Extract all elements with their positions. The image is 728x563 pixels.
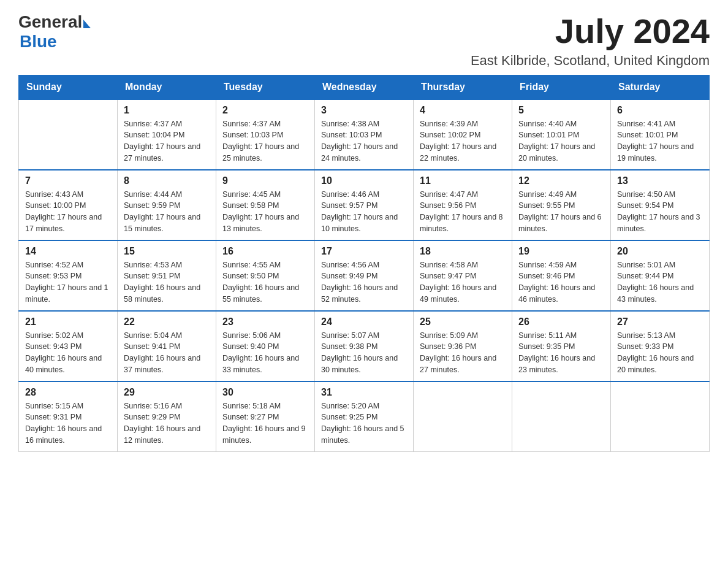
day-info: Sunrise: 4:53 AMSunset: 9:51 PMDaylight:… bbox=[124, 259, 210, 305]
day-info: Sunrise: 5:16 AMSunset: 9:29 PMDaylight:… bbox=[124, 400, 210, 446]
day-number: 30 bbox=[222, 387, 308, 398]
calendar-cell: 21Sunrise: 5:02 AMSunset: 9:43 PMDayligh… bbox=[19, 311, 118, 381]
calendar-cell: 3Sunrise: 4:38 AMSunset: 10:03 PMDayligh… bbox=[315, 99, 414, 170]
day-number: 14 bbox=[25, 246, 111, 257]
day-info: Sunrise: 4:49 AMSunset: 9:55 PMDaylight:… bbox=[518, 189, 604, 235]
day-number: 10 bbox=[321, 175, 407, 186]
day-info: Sunrise: 5:20 AMSunset: 9:25 PMDaylight:… bbox=[321, 400, 407, 446]
header-tuesday: Tuesday bbox=[216, 75, 315, 99]
day-number: 2 bbox=[222, 105, 308, 116]
day-number: 26 bbox=[518, 316, 604, 327]
day-number: 25 bbox=[420, 316, 506, 327]
day-number: 3 bbox=[321, 105, 407, 116]
day-info: Sunrise: 4:38 AMSunset: 10:03 PMDaylight… bbox=[321, 118, 407, 164]
day-info: Sunrise: 4:39 AMSunset: 10:02 PMDaylight… bbox=[420, 118, 506, 164]
day-info: Sunrise: 5:02 AMSunset: 9:43 PMDaylight:… bbox=[25, 330, 111, 376]
day-info: Sunrise: 4:58 AMSunset: 9:47 PMDaylight:… bbox=[420, 259, 506, 305]
logo: General bbox=[18, 12, 91, 32]
day-info: Sunrise: 5:06 AMSunset: 9:40 PMDaylight:… bbox=[222, 330, 308, 376]
day-number: 1 bbox=[124, 105, 210, 116]
day-info: Sunrise: 5:07 AMSunset: 9:38 PMDaylight:… bbox=[321, 330, 407, 376]
calendar-cell: 5Sunrise: 4:40 AMSunset: 10:01 PMDayligh… bbox=[512, 99, 611, 170]
calendar-cell: 13Sunrise: 4:50 AMSunset: 9:54 PMDayligh… bbox=[611, 170, 710, 240]
calendar-cell: 31Sunrise: 5:20 AMSunset: 9:25 PMDayligh… bbox=[315, 381, 414, 452]
day-info: Sunrise: 4:43 AMSunset: 10:00 PMDaylight… bbox=[25, 189, 111, 235]
calendar-cell bbox=[611, 381, 710, 452]
calendar-cell: 18Sunrise: 4:58 AMSunset: 9:47 PMDayligh… bbox=[414, 240, 512, 311]
calendar-cell: 22Sunrise: 5:04 AMSunset: 9:41 PMDayligh… bbox=[118, 311, 216, 381]
calendar-cell: 19Sunrise: 4:59 AMSunset: 9:46 PMDayligh… bbox=[512, 240, 611, 311]
day-number: 24 bbox=[321, 316, 407, 327]
calendar-cell bbox=[19, 99, 118, 170]
calendar-cell bbox=[512, 381, 611, 452]
calendar-table: SundayMondayTuesdayWednesdayThursdayFrid… bbox=[18, 75, 710, 452]
day-info: Sunrise: 5:13 AMSunset: 9:33 PMDaylight:… bbox=[617, 330, 703, 376]
day-info: Sunrise: 4:46 AMSunset: 9:57 PMDaylight:… bbox=[321, 189, 407, 235]
day-info: Sunrise: 4:45 AMSunset: 9:58 PMDaylight:… bbox=[222, 189, 308, 235]
logo-triangle-icon bbox=[83, 20, 91, 28]
day-info: Sunrise: 4:37 AMSunset: 10:03 PMDaylight… bbox=[222, 118, 308, 164]
header: General Blue July 2024 East Kilbride, Sc… bbox=[18, 12, 710, 69]
calendar-cell: 8Sunrise: 4:44 AMSunset: 9:59 PMDaylight… bbox=[118, 170, 216, 240]
day-info: Sunrise: 4:52 AMSunset: 9:53 PMDaylight:… bbox=[25, 259, 111, 305]
calendar-cell: 30Sunrise: 5:18 AMSunset: 9:27 PMDayligh… bbox=[216, 381, 315, 452]
day-info: Sunrise: 4:55 AMSunset: 9:50 PMDaylight:… bbox=[222, 259, 308, 305]
day-number: 17 bbox=[321, 246, 407, 257]
day-number: 31 bbox=[321, 387, 407, 398]
day-number: 18 bbox=[420, 246, 506, 257]
calendar-cell: 11Sunrise: 4:47 AMSunset: 9:56 PMDayligh… bbox=[414, 170, 512, 240]
day-number: 5 bbox=[518, 105, 604, 116]
day-number: 4 bbox=[420, 105, 506, 116]
location-title: East Kilbride, Scotland, United Kingdom bbox=[471, 53, 710, 69]
calendar-week-row: 28Sunrise: 5:15 AMSunset: 9:31 PMDayligh… bbox=[19, 381, 710, 452]
day-info: Sunrise: 5:15 AMSunset: 9:31 PMDaylight:… bbox=[25, 400, 111, 446]
header-thursday: Thursday bbox=[414, 75, 512, 99]
calendar-cell: 10Sunrise: 4:46 AMSunset: 9:57 PMDayligh… bbox=[315, 170, 414, 240]
title-area: July 2024 East Kilbride, Scotland, Unite… bbox=[471, 12, 710, 69]
calendar-cell: 7Sunrise: 4:43 AMSunset: 10:00 PMDayligh… bbox=[19, 170, 118, 240]
day-number: 12 bbox=[518, 175, 604, 186]
day-info: Sunrise: 5:11 AMSunset: 9:35 PMDaylight:… bbox=[518, 330, 604, 376]
calendar-cell: 12Sunrise: 4:49 AMSunset: 9:55 PMDayligh… bbox=[512, 170, 611, 240]
day-info: Sunrise: 5:18 AMSunset: 9:27 PMDaylight:… bbox=[222, 400, 308, 446]
calendar-cell: 20Sunrise: 5:01 AMSunset: 9:44 PMDayligh… bbox=[611, 240, 710, 311]
calendar-cell: 27Sunrise: 5:13 AMSunset: 9:33 PMDayligh… bbox=[611, 311, 710, 381]
calendar-cell: 16Sunrise: 4:55 AMSunset: 9:50 PMDayligh… bbox=[216, 240, 315, 311]
day-number: 27 bbox=[617, 316, 703, 327]
day-info: Sunrise: 4:37 AMSunset: 10:04 PMDaylight… bbox=[124, 118, 210, 164]
day-number: 7 bbox=[25, 175, 111, 186]
header-monday: Monday bbox=[118, 75, 216, 99]
day-number: 6 bbox=[617, 105, 703, 116]
day-info: Sunrise: 4:44 AMSunset: 9:59 PMDaylight:… bbox=[124, 189, 210, 235]
calendar-cell: 17Sunrise: 4:56 AMSunset: 9:49 PMDayligh… bbox=[315, 240, 414, 311]
calendar-week-row: 1Sunrise: 4:37 AMSunset: 10:04 PMDayligh… bbox=[19, 99, 710, 170]
calendar-week-row: 14Sunrise: 4:52 AMSunset: 9:53 PMDayligh… bbox=[19, 240, 710, 311]
header-saturday: Saturday bbox=[611, 75, 710, 99]
logo-blue-text: Blue bbox=[20, 32, 57, 51]
calendar-cell: 15Sunrise: 4:53 AMSunset: 9:51 PMDayligh… bbox=[118, 240, 216, 311]
calendar-week-row: 21Sunrise: 5:02 AMSunset: 9:43 PMDayligh… bbox=[19, 311, 710, 381]
calendar-cell: 29Sunrise: 5:16 AMSunset: 9:29 PMDayligh… bbox=[118, 381, 216, 452]
logo-area: General Blue bbox=[18, 12, 91, 52]
day-info: Sunrise: 4:59 AMSunset: 9:46 PMDaylight:… bbox=[518, 259, 604, 305]
day-info: Sunrise: 4:40 AMSunset: 10:01 PMDaylight… bbox=[518, 118, 604, 164]
day-number: 8 bbox=[124, 175, 210, 186]
calendar-cell bbox=[414, 381, 512, 452]
day-info: Sunrise: 4:50 AMSunset: 9:54 PMDaylight:… bbox=[617, 189, 703, 235]
calendar-cell: 24Sunrise: 5:07 AMSunset: 9:38 PMDayligh… bbox=[315, 311, 414, 381]
day-info: Sunrise: 4:47 AMSunset: 9:56 PMDaylight:… bbox=[420, 189, 506, 235]
calendar-cell: 9Sunrise: 4:45 AMSunset: 9:58 PMDaylight… bbox=[216, 170, 315, 240]
day-info: Sunrise: 4:41 AMSunset: 10:01 PMDaylight… bbox=[617, 118, 703, 164]
day-info: Sunrise: 5:01 AMSunset: 9:44 PMDaylight:… bbox=[617, 259, 703, 305]
day-number: 19 bbox=[518, 246, 604, 257]
day-info: Sunrise: 5:04 AMSunset: 9:41 PMDaylight:… bbox=[124, 330, 210, 376]
day-number: 22 bbox=[124, 316, 210, 327]
day-number: 11 bbox=[420, 175, 506, 186]
day-info: Sunrise: 4:56 AMSunset: 9:49 PMDaylight:… bbox=[321, 259, 407, 305]
calendar-cell: 1Sunrise: 4:37 AMSunset: 10:04 PMDayligh… bbox=[118, 99, 216, 170]
day-info: Sunrise: 5:09 AMSunset: 9:36 PMDaylight:… bbox=[420, 330, 506, 376]
calendar-cell: 6Sunrise: 4:41 AMSunset: 10:01 PMDayligh… bbox=[611, 99, 710, 170]
calendar-cell: 28Sunrise: 5:15 AMSunset: 9:31 PMDayligh… bbox=[19, 381, 118, 452]
calendar-cell: 2Sunrise: 4:37 AMSunset: 10:03 PMDayligh… bbox=[216, 99, 315, 170]
day-number: 28 bbox=[25, 387, 111, 398]
